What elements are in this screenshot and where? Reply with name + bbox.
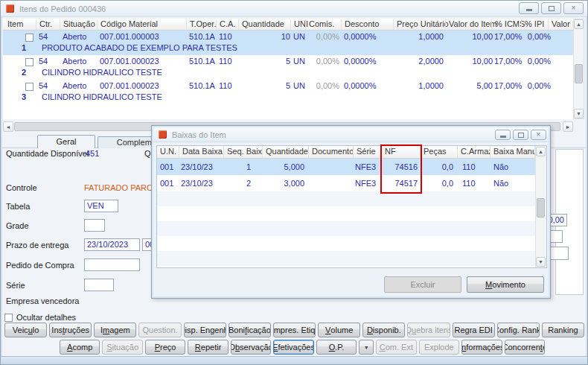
toolbar-button[interactable]: Com. Ext xyxy=(376,340,416,355)
grade-input[interactable] xyxy=(84,219,105,232)
column-header-ipi[interactable]: % IPI xyxy=(521,19,544,30)
baixas-dialog: Baixas do Item × U.N. Data Baixa Seq. Ba… xyxy=(151,125,551,299)
cell-ca: 110 xyxy=(219,57,240,67)
toolbar-button[interactable]: O.P. xyxy=(316,340,357,355)
toolbar-button[interactable]: Question. xyxy=(138,323,181,337)
toolbar-button[interactable]: Observação xyxy=(231,340,271,355)
tab-geral[interactable]: Geral xyxy=(37,135,95,148)
close-button[interactable]: × xyxy=(563,2,584,14)
column-header-seq-baixa[interactable]: Seq. Baixa xyxy=(224,146,263,158)
serie-input[interactable] xyxy=(84,279,114,291)
toolbar-button[interactable]: Situação xyxy=(102,340,142,355)
cell-baixa-manual: Não xyxy=(490,175,535,191)
cell-valor: 10,00 xyxy=(447,57,493,67)
cell-toper: 510.1A xyxy=(189,32,219,42)
cell-ca: 110 xyxy=(219,81,240,92)
column-header-codigo[interactable]: Código Material xyxy=(97,19,158,30)
toolbar-button[interactable]: Efetivações xyxy=(273,340,313,355)
toolbar-row-1: Veiculo Instruções Imagem Question. Disp… xyxy=(4,323,584,337)
scroll-down-icon[interactable]: ▼ xyxy=(574,109,584,118)
toolbar-button[interactable]: Disp. Engenh. xyxy=(184,323,226,337)
baixa-row[interactable]: 001 23/10/23 1 5,000 NFE3 74516 0,0 110 … xyxy=(157,159,546,175)
scroll-thumb[interactable] xyxy=(537,198,545,218)
prazo-entrega-input[interactable]: 23/10/2023 xyxy=(84,238,140,251)
cell-ctr: 54 xyxy=(39,81,61,92)
column-header-valor[interactable]: Valor do Item xyxy=(445,19,497,30)
cell-ipi: 0,00% xyxy=(523,81,551,92)
app-icon xyxy=(6,4,14,13)
toolbar-button[interactable]: Repetir xyxy=(188,340,228,355)
toolbar-button[interactable]: Config. Rank. xyxy=(497,323,540,337)
column-header-data-baixa[interactable]: Data Baixa xyxy=(179,146,224,158)
scroll-right-icon[interactable]: ► xyxy=(563,121,573,132)
toolbar-button[interactable]: Volume xyxy=(318,323,360,337)
toolbar-button[interactable]: Concorrente xyxy=(505,340,545,355)
toolbar-button[interactable]: Regra EDI xyxy=(453,323,495,337)
grid-row[interactable]: 54 Aberto 007.001.000003 510.1A 110 10 U… xyxy=(3,31,573,55)
dialog-button[interactable]: Excluir xyxy=(384,276,461,293)
dialog-maximize-button[interactable] xyxy=(513,130,528,140)
column-header-situacao[interactable]: Situação xyxy=(60,19,95,30)
toolbar-button[interactable]: Preço xyxy=(145,340,185,355)
column-header-un[interactable]: U.N. xyxy=(157,146,179,158)
toolbar-button[interactable]: Explode xyxy=(419,340,459,355)
column-header-comis[interactable]: Comis. xyxy=(305,19,334,30)
cell-codigo: 007.001.000023 xyxy=(100,81,188,92)
toolbar-button[interactable]: Acomp xyxy=(60,340,100,355)
tabela-input[interactable]: VEN xyxy=(84,200,118,212)
column-header-pecas[interactable]: Peças xyxy=(421,146,458,158)
scroll-left-icon[interactable]: ◄ xyxy=(3,121,13,132)
scroll-up-icon[interactable]: ▲ xyxy=(536,147,546,156)
column-header-preco[interactable]: Preço Unitário xyxy=(393,19,449,30)
dialog-buttons: Excluir Movimento xyxy=(384,276,544,293)
row-checkbox[interactable] xyxy=(25,83,33,91)
row-checkbox[interactable] xyxy=(25,34,33,42)
cell-situacao: Aberto xyxy=(63,81,97,92)
toolbar-button[interactable]: Veiculo xyxy=(4,323,47,337)
grid-v-scrollbar[interactable]: ▲ ▼ xyxy=(573,19,584,119)
cell-baixa-manual: Não xyxy=(490,159,535,175)
toolbar-button[interactable]: Bonificação xyxy=(229,323,271,337)
cell-comis: 0,00% xyxy=(307,32,339,42)
maximize-button[interactable] xyxy=(541,2,561,14)
ocultar-detalhes-checkbox[interactable] xyxy=(4,314,13,322)
toolbar-button[interactable]: Imagem xyxy=(94,323,136,337)
toolbar-button[interactable]: Impres. Etiq. xyxy=(273,323,316,337)
grid-row[interactable]: 54 Aberto 007.001.000023 510.1A 110 5 UN… xyxy=(3,55,573,80)
toolbar-button[interactable]: Disponib. xyxy=(362,323,405,337)
scroll-up-icon[interactable]: ▲ xyxy=(574,19,584,29)
scroll-down-icon[interactable]: ▼ xyxy=(536,257,546,267)
toolbar-button[interactable]: ▼ xyxy=(359,340,374,355)
baixa-row[interactable]: 001 23/10/23 2 3,000 NFE3 74517 0,0 110 … xyxy=(157,175,546,191)
column-header-ca[interactable]: C.A. xyxy=(216,19,235,30)
cell-quantidade: 5 xyxy=(238,81,290,92)
toolbar-button[interactable]: Informações xyxy=(461,340,502,355)
dialog-button[interactable]: Movimento xyxy=(467,276,544,293)
column-header-icms[interactable]: % ICMS xyxy=(491,19,525,30)
column-header-ctr[interactable]: Ctr. xyxy=(36,19,52,30)
item-number: 1 xyxy=(16,43,31,52)
toolbar-button[interactable]: Instruções xyxy=(49,323,92,337)
toolbar-button[interactable]: Ranking xyxy=(542,323,584,337)
column-header-baixa-manual[interactable]: Baixa Manual xyxy=(490,146,535,158)
cell-quantidade: 10 xyxy=(238,32,290,42)
row-checkbox[interactable] xyxy=(25,58,33,66)
toolbar-button[interactable]: Quebra itens xyxy=(407,323,450,337)
dialog-minimize-button[interactable] xyxy=(495,130,511,140)
column-header-carmaz[interactable]: C.Armaz. xyxy=(458,146,490,158)
dialog-v-scrollbar[interactable]: ▲ ▼ xyxy=(535,146,546,267)
minimize-button[interactable] xyxy=(519,2,539,14)
cell-codigo: 007.001.000003 xyxy=(100,32,188,42)
column-header-desconto[interactable]: Desconto xyxy=(341,19,379,30)
column-header-quantidade[interactable]: Quantidade xyxy=(238,19,284,30)
scroll-thumb[interactable] xyxy=(575,64,583,83)
column-header-quantidade[interactable]: Quantidade xyxy=(263,146,309,158)
grid-row[interactable]: 54 Aberto 007.001.000023 510.1A 110 5 UN… xyxy=(3,80,573,104)
column-header-toper[interactable]: T.Oper. xyxy=(186,19,216,30)
dialog-close-button[interactable]: × xyxy=(531,130,546,140)
column-header-documento[interactable]: Documento xyxy=(309,146,354,158)
pedido-compra-input[interactable] xyxy=(84,258,140,271)
column-header-item[interactable]: Item xyxy=(4,19,23,30)
cell-ctr: 54 xyxy=(39,32,61,42)
column-header-serie[interactable]: Série xyxy=(354,146,382,158)
